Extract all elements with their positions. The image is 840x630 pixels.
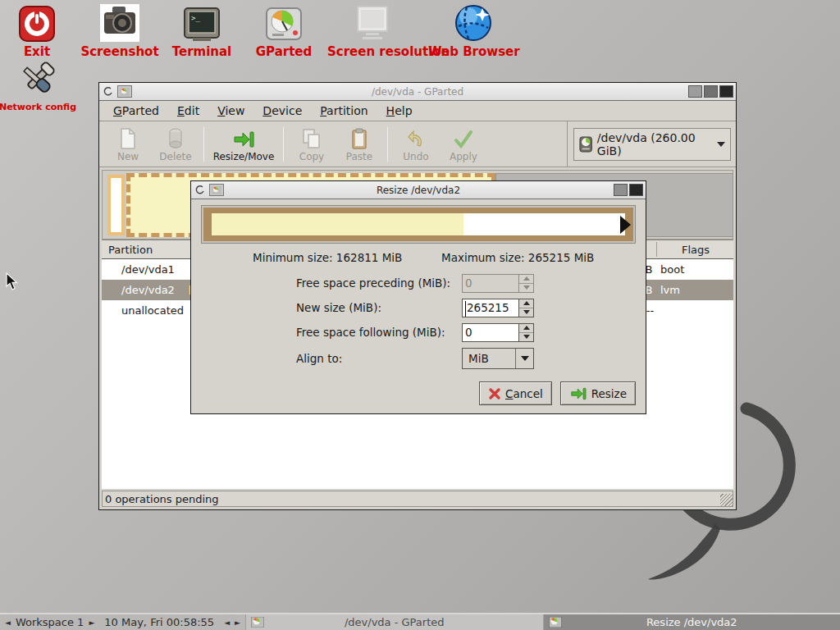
resize-slider-frame — [203, 208, 633, 241]
spin-down-button[interactable] — [519, 332, 533, 341]
partition-name: /dev/vda2 — [102, 284, 175, 296]
menu-partition[interactable]: Partition — [313, 102, 375, 120]
resize-right-handle[interactable] — [620, 216, 631, 234]
free-space-following-label: Free space following (MiB): — [296, 326, 462, 339]
task-scroll-arrows[interactable]: ◄ ► — [219, 614, 245, 630]
resize-arrow-icon — [569, 386, 587, 401]
menu-device[interactable]: Device — [255, 102, 309, 120]
spin-value: 0 — [463, 324, 518, 341]
desktop-icon-screenshot[interactable]: Screenshot — [75, 3, 165, 59]
icon-label: Screenshot — [75, 44, 165, 59]
free-space-preceding-label: Free space preceding (MiB): — [296, 276, 462, 290]
menu-view[interactable]: View — [210, 102, 252, 120]
align-to-dropdown[interactable]: MiB — [462, 348, 534, 369]
spin-value: 0 — [463, 275, 518, 292]
close-button[interactable] — [719, 85, 733, 98]
clock: 10 May, Fri 00:58:55 — [99, 614, 219, 630]
window-title: /dev/vda - GParted — [99, 86, 736, 98]
icon-label: Network config — [0, 102, 83, 112]
toolbar-separator — [203, 127, 204, 162]
resize-grip[interactable] — [720, 494, 733, 506]
field-row-new-size: New size (MiB): 265215 — [296, 298, 646, 317]
resize-dialog: Resize /dev/vda2 Minimum size: 162811 Mi… — [190, 180, 646, 414]
column-header-flags[interactable]: Flags — [656, 244, 735, 256]
desktop-icon-web-browser[interactable]: Web Browser — [428, 3, 518, 59]
minimize-button[interactable] — [688, 85, 702, 98]
used-space-region — [212, 213, 463, 235]
taskbar-item-resize-dialog[interactable]: Resize /dev/vda2 — [543, 614, 840, 630]
undo-button[interactable]: Undo — [392, 124, 440, 165]
menu-gparted[interactable]: GParted — [106, 102, 167, 120]
partition-name: unallocated — [102, 304, 184, 317]
gparted-drive-icon — [239, 3, 329, 43]
toolbar-separator — [387, 127, 388, 162]
align-to-label: Align to: — [296, 352, 462, 365]
field-row-preceding: Free space preceding (MiB): 0 — [296, 273, 646, 293]
resize-button[interactable]: Resize — [560, 381, 636, 405]
copy-button[interactable]: Copy — [288, 124, 336, 165]
terminal-icon: >_ — [157, 3, 247, 43]
undo-icon — [407, 130, 425, 149]
cancel-label: Cancel — [505, 387, 543, 400]
toolbar: New Delete Resize/Move Copy — [99, 121, 736, 167]
apply-button[interactable]: Apply — [440, 124, 487, 165]
device-selector[interactable]: /dev/vda (260.00 GiB) — [573, 128, 731, 161]
field-row-align: Align to: MiB — [296, 347, 646, 369]
column-header-partition[interactable]: Partition — [102, 244, 153, 256]
resize-move-button[interactable]: Resize/Move — [208, 124, 279, 165]
workspace-pager[interactable]: ◄ Workspace 1 ► — [0, 614, 99, 630]
chevron-down-icon — [717, 142, 725, 147]
menubar: GParted Edit View Device Partition Help — [99, 101, 736, 121]
device-combo-area: /dev/vda (260.00 GiB) — [567, 121, 736, 167]
desktop-icon-terminal[interactable]: >_ Terminal — [157, 3, 247, 59]
field-row-following: Free space following (MiB): 0 — [296, 322, 646, 342]
resize-move-icon — [233, 130, 254, 149]
free-space-following-spinbox[interactable]: 0 — [462, 323, 534, 342]
desktop-icon-exit[interactable]: Exit — [0, 3, 82, 59]
taskbar-item-gparted-main[interactable]: /dev/vda - GParted — [245, 614, 543, 630]
new-size-spinbox[interactable]: 265215 — [462, 299, 534, 317]
drive-icon — [579, 135, 592, 153]
maximize-button[interactable] — [704, 85, 718, 98]
globe-icon — [428, 3, 518, 43]
close-button[interactable] — [629, 184, 643, 196]
desktop-icon-gparted[interactable]: GParted — [239, 3, 329, 59]
delete-button[interactable]: Delete — [152, 124, 199, 165]
statusbar: 0 operations pending — [102, 491, 733, 507]
icon-label: Web Browser — [428, 44, 518, 59]
spin-down-button[interactable] — [519, 308, 533, 317]
maximize-button[interactable] — [614, 184, 628, 196]
apply-check-icon — [453, 130, 474, 149]
dropdown-button[interactable] — [515, 349, 533, 368]
resize-slider[interactable] — [201, 205, 636, 244]
spin-up-button[interactable] — [519, 324, 533, 332]
desktop-icon-network-config[interactable]: Network config — [0, 61, 83, 112]
device-combo-value: /dev/vda (260.00 GiB) — [597, 131, 712, 158]
minimum-size-label: Minimum size: 162811 MiB — [253, 251, 402, 264]
taskbar: ◄ Workspace 1 ► 10 May, Fri 00:58:55 ◄ ►… — [0, 613, 840, 630]
paste-button[interactable]: Paste — [336, 124, 383, 165]
workspace-prev-icon[interactable]: ◄ — [5, 619, 11, 627]
icon-label: GParted — [239, 44, 329, 59]
dialog-titlebar[interactable]: Resize /dev/vda2 — [191, 181, 646, 199]
gparted-app-icon — [549, 617, 562, 628]
spin-down-button — [519, 283, 533, 292]
partition-block-vda1[interactable] — [107, 175, 125, 235]
main-window-titlebar[interactable]: /dev/vda - GParted — [99, 83, 736, 101]
new-button[interactable]: New — [104, 124, 152, 165]
task-next-icon[interactable]: ► — [235, 619, 240, 627]
task-prev-icon[interactable]: ◄ — [224, 619, 230, 627]
desktop-icon-screen-resolution[interactable]: Screen resolution — [327, 3, 418, 59]
copy-icon — [302, 128, 322, 149]
resize-slider-track — [212, 213, 625, 235]
workspace-label: Workspace 1 — [16, 616, 84, 628]
delete-icon — [167, 128, 184, 149]
toolbar-separator — [283, 127, 284, 162]
menu-help[interactable]: Help — [379, 102, 420, 120]
menu-edit[interactable]: Edit — [170, 102, 207, 120]
cancel-button[interactable]: Cancel — [479, 381, 552, 405]
spin-up-button[interactable] — [519, 299, 533, 308]
workspace-next-icon[interactable]: ► — [89, 619, 94, 627]
tools-icon — [0, 61, 83, 100]
icon-label: Exit — [0, 44, 82, 59]
